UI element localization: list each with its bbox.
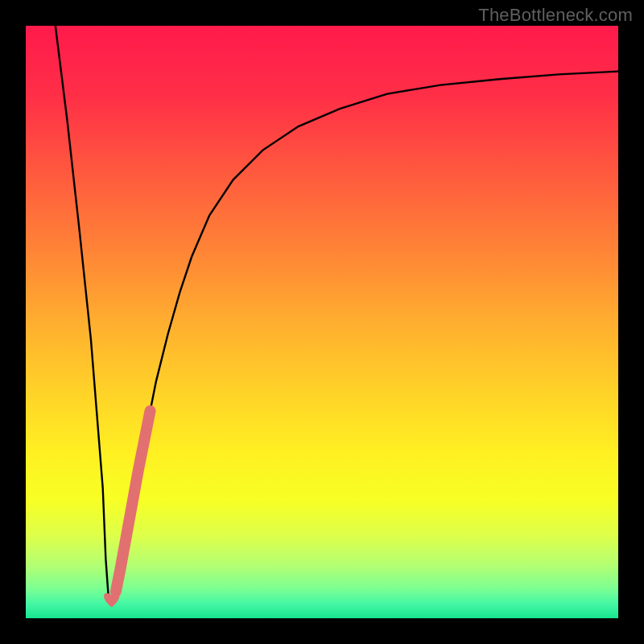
- chart-frame: TheBottleneck.com: [0, 0, 644, 644]
- plot-area: [26, 26, 618, 618]
- highlight-segment: [116, 411, 151, 591]
- curve-layer: [26, 26, 618, 618]
- watermark-text: TheBottleneck.com: [478, 5, 633, 26]
- bottleneck-curve: [56, 26, 618, 601]
